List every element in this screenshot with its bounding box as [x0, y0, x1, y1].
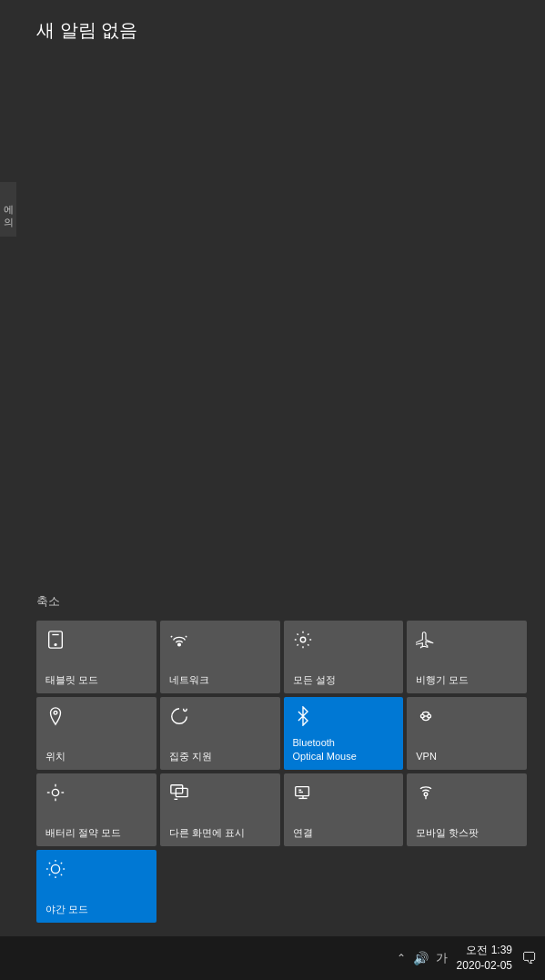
tile-focus-label: 집중 지원 [169, 750, 212, 763]
collapse-button[interactable]: 축소 [18, 586, 545, 617]
tablet-icon [45, 630, 66, 652]
svg-point-8 [421, 714, 425, 718]
svg-line-30 [61, 863, 62, 864]
svg-point-22 [51, 864, 59, 873]
tile-hotspot[interactable]: 모바일 핫스팟 [407, 773, 527, 846]
settings-icon [293, 630, 313, 652]
tile-settings-label: 모든 설정 [293, 673, 336, 686]
bluetooth-icon [293, 706, 313, 729]
tile-hotspot-label: 모바일 핫스팟 [416, 826, 479, 839]
volume-icon[interactable]: 🔊 [413, 951, 429, 965]
tile-tablet[interactable]: 태블릿 모드 [36, 621, 156, 693]
taskbar-system-icons: ⌃ 🔊 가 [397, 950, 448, 966]
tile-bluetooth[interactable]: BluetoothOptical Mouse [284, 697, 404, 770]
tile-settings[interactable]: 모든 설정 [284, 621, 404, 693]
tile-location[interactable]: 위치 [36, 697, 156, 770]
taskbar-date: 2020-02-05 [457, 958, 512, 974]
battery-icon [45, 783, 66, 805]
notifications-area [18, 52, 545, 586]
location-icon [45, 706, 66, 729]
tile-network[interactable]: 네트워크 [160, 621, 280, 693]
panel-header: 새 알림 없음 [18, 0, 545, 52]
left-edge-partial: 에 의 [0, 182, 16, 237]
display-icon [169, 783, 189, 805]
tile-airplane[interactable]: 비행기 모드 [407, 621, 527, 693]
svg-point-20 [424, 793, 428, 796]
connect-icon [293, 783, 313, 805]
focus-icon [169, 706, 189, 729]
tile-vpn-label: VPN [416, 750, 437, 763]
svg-point-6 [300, 637, 306, 642]
svg-point-1 [55, 644, 56, 646]
notification-center-icon[interactable]: 🗨 [521, 949, 538, 968]
quick-actions-grid: 태블릿 모드 네트워크 모든 설정 [18, 617, 545, 926]
svg-line-29 [49, 874, 50, 875]
svg-point-11 [52, 789, 58, 795]
taskbar-time: 오전 1:39 [466, 943, 512, 958]
tile-vpn[interactable]: VPN [407, 697, 527, 770]
tile-airplane-label: 비행기 모드 [416, 673, 469, 686]
tile-focus[interactable]: 집중 지원 [160, 697, 280, 770]
svg-rect-16 [171, 785, 183, 793]
tile-display-label: 다른 화면에 표시 [169, 826, 245, 839]
taskbar: ⌃ 🔊 가 오전 1:39 2020-02-05 🗨 [0, 936, 545, 980]
tile-nightmode[interactable]: 야간 모드 [36, 850, 156, 923]
tile-connect[interactable]: 연결 [284, 773, 404, 846]
tile-display[interactable]: 다른 화면에 표시 [160, 773, 280, 846]
tile-connect-label: 연결 [293, 826, 313, 839]
airplane-icon [416, 630, 436, 652]
tile-tablet-label: 태블릿 모드 [45, 673, 98, 686]
notification-panel: 새 알림 없음 축소 태블릿 모드 [18, 0, 545, 980]
vpn-icon [416, 706, 436, 729]
chevron-up-icon[interactable]: ⌃ [397, 952, 406, 965]
network-icon [169, 630, 189, 652]
hotspot-icon [416, 783, 436, 805]
tile-battery-label: 배터리 절약 모드 [45, 826, 121, 839]
tile-location-label: 위치 [45, 750, 66, 763]
svg-point-9 [428, 714, 431, 718]
svg-rect-19 [295, 787, 308, 796]
tile-battery[interactable]: 배터리 절약 모드 [36, 773, 156, 846]
svg-line-5 [186, 636, 187, 637]
keyboard-icon[interactable]: 가 [436, 950, 448, 966]
taskbar-datetime[interactable]: 오전 1:39 2020-02-05 [453, 943, 516, 974]
svg-rect-17 [176, 788, 187, 796]
tile-nightmode-label: 야간 모드 [45, 903, 88, 915]
svg-point-7 [54, 712, 57, 715]
svg-line-26 [61, 874, 62, 875]
tile-bluetooth-label: BluetoothOptical Mouse [293, 736, 357, 763]
tile-network-label: 네트워크 [169, 673, 209, 686]
nightmode-icon [45, 859, 66, 882]
svg-point-3 [177, 643, 180, 646]
svg-line-4 [171, 636, 172, 637]
svg-line-25 [49, 863, 50, 864]
